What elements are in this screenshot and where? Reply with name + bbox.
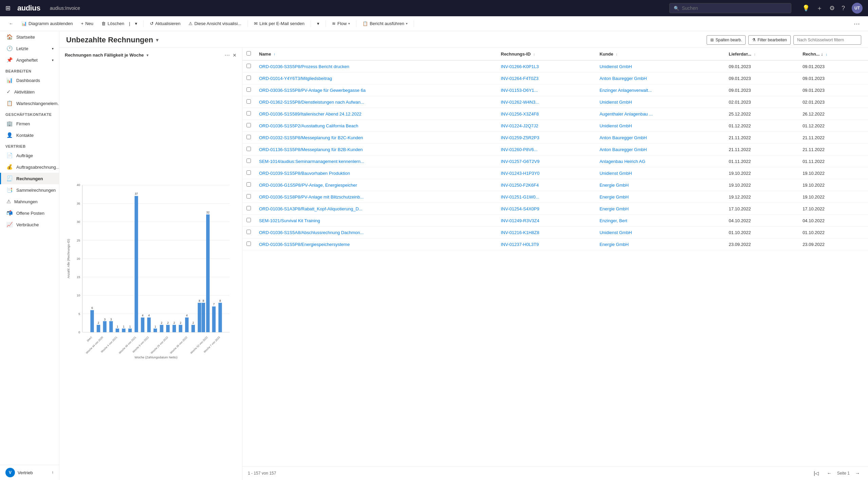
global-search[interactable]: 🔍 (669, 3, 791, 13)
row-checkbox[interactable] (246, 123, 251, 127)
row-checkbox[interactable] (246, 87, 251, 92)
invoice-name-link[interactable]: ORD-01362-S1S5P8/Dienstleistungen nach A… (259, 100, 364, 105)
row-checkbox[interactable] (246, 194, 251, 199)
invoice-name-link[interactable]: ORD-01039-S1S5P8/Bauvorhaben Produktion (259, 171, 350, 176)
row-checkbox-cell[interactable] (242, 167, 255, 179)
invoice-id-link[interactable]: INV-01251-G1W0... (501, 194, 539, 200)
invoice-name-link[interactable]: ORD-01014-Y4Y6T3/Mitgliedsbeitrag (259, 76, 332, 81)
sidebar-item-invoices[interactable]: 🧾 Rechnungen (0, 173, 59, 184)
dropdown-button-1[interactable]: ▾ (132, 19, 141, 28)
lightbulb-icon[interactable]: 💡 (802, 4, 810, 12)
sidebar-item-dashboards[interactable]: 📊 Dashboards (0, 75, 59, 86)
sidebar-item-collective[interactable]: 📑 Sammelrechnungen (0, 184, 59, 196)
row-checkbox[interactable] (246, 99, 251, 104)
delete-button[interactable]: 🗑 Löschen (98, 19, 127, 28)
sidebar-item-home[interactable]: 🏠 Startseite (0, 31, 59, 43)
row-checkbox-cell[interactable] (242, 203, 255, 215)
sidebar-item-activities[interactable]: ✓ Aktivitäten (0, 86, 59, 98)
help-icon[interactable]: ? (842, 5, 845, 12)
row-checkbox-cell[interactable] (242, 179, 255, 191)
sidebar-footer[interactable]: V Vertrieb ↑ (0, 465, 59, 480)
more-options-button[interactable]: ⋯ (851, 19, 863, 29)
invoice-name-link[interactable]: SEM-1021/Survival Kit Training (259, 218, 320, 223)
row-checkbox-cell[interactable] (242, 238, 255, 250)
invoice-id-link[interactable]: INV-01153-D6Y1... (501, 88, 538, 93)
sidebar-item-open-items[interactable]: 📬 Offene Posten (0, 207, 59, 219)
customer-link[interactable]: Unidienst GmbH (599, 100, 632, 105)
keyword-filter-input[interactable] (793, 35, 861, 45)
sidebar-item-pinned[interactable]: 📌 Angeheftet ▾ (0, 54, 59, 66)
customer-link[interactable]: Energie GmbH (599, 242, 629, 247)
customer-link[interactable]: Unidienst GmbH (599, 171, 632, 176)
col-header-invoice-id[interactable]: Rechnungs-ID ↕ (497, 48, 595, 60)
settings-icon[interactable]: ⚙ (829, 4, 835, 12)
send-link-button[interactable]: ✉ Link per E-Mail senden (251, 19, 308, 28)
back-button[interactable]: ← (5, 19, 17, 28)
chart-chevron-icon[interactable]: ▾ (146, 53, 149, 58)
select-all-checkbox[interactable] (246, 51, 251, 56)
customer-link[interactable]: Unidienst GmbH (599, 64, 632, 69)
first-page-button[interactable]: |◁ (811, 469, 822, 477)
invoice-name-link[interactable]: ORD-01036-S1S8P8/PV-Anlage mit Blitzschu… (259, 194, 364, 200)
row-checkbox-cell[interactable] (242, 60, 255, 72)
customer-link[interactable]: Enzinger Anlagenverwalt... (599, 88, 652, 93)
run-report-button[interactable]: 📋 Bericht ausführen ▾ (359, 19, 411, 28)
customer-link[interactable]: Enzinger, Bert (599, 218, 627, 223)
sidebar-item-orders[interactable]: 📄 Aufträge (0, 150, 59, 161)
invoice-id-link[interactable]: INV-01250-F2K6F4 (501, 183, 539, 188)
invoice-name-link[interactable]: ORD-01036-S1S5P2/Ausstattung California … (259, 123, 358, 128)
sidebar-item-queue[interactable]: 📋 Warteschlangenelem... (0, 98, 59, 109)
new-button[interactable]: + Neu (78, 19, 97, 28)
invoice-id-link[interactable]: INV-01260-P8V6... (501, 147, 537, 152)
customer-link[interactable]: Anton Bauregger GmbH (599, 135, 647, 140)
row-checkbox-cell[interactable] (242, 215, 255, 227)
invoice-id-link[interactable]: INV-01249-R3V3Z4 (501, 218, 539, 223)
customer-link[interactable]: Unidienst GmbH (599, 230, 632, 235)
refresh-button[interactable]: ↺ Aktualisieren (146, 19, 184, 28)
row-checkbox-cell[interactable] (242, 120, 255, 132)
row-checkbox[interactable] (246, 76, 251, 80)
row-checkbox-cell[interactable] (242, 191, 255, 203)
invoice-id-link[interactable]: INV-01237-H0L3T9 (501, 242, 539, 247)
customer-link[interactable]: Energie GmbH (599, 194, 629, 200)
invoice-name-link[interactable]: ORD-01136-S1S5P8/Messeplanung für B2B-Ku… (259, 147, 363, 152)
row-checkbox-cell[interactable] (242, 155, 255, 167)
invoice-id-link[interactable]: INV-01259-Z5R2P3 (501, 135, 539, 140)
invoice-id-link[interactable]: INV-01254-S4X0P9 (501, 206, 539, 211)
row-checkbox-cell[interactable] (242, 108, 255, 120)
invoice-id-link[interactable]: INV-01264-F4T0Z3 (501, 76, 538, 81)
row-checkbox-cell[interactable] (242, 144, 255, 155)
row-checkbox[interactable] (246, 242, 251, 246)
invoice-name-link[interactable]: ORD-01036-S1A3P8/Rabatt_Kopf-Aliquotieru… (259, 206, 362, 211)
search-input[interactable] (682, 5, 787, 11)
row-checkbox-cell[interactable] (242, 96, 255, 108)
customer-link[interactable]: Anlagenbau Heirich AG (599, 159, 645, 164)
invoice-name-link[interactable]: ORD-01036-G1S5P8/PV-Anlage, Energiespeic… (259, 183, 357, 188)
invoice-id-link[interactable]: INV-01266-K0P1L3 (501, 64, 539, 69)
next-page-button[interactable]: → (852, 469, 863, 477)
invoice-id-link[interactable]: INV-01257-G6T2V9 (501, 159, 539, 164)
row-checkbox[interactable] (246, 230, 251, 234)
edit-columns-button[interactable]: ⊞ Spalten bearb. (707, 35, 746, 45)
chart-close-button[interactable]: ✕ (233, 53, 237, 58)
row-checkbox-cell[interactable] (242, 227, 255, 238)
invoice-id-link[interactable]: INV-01216-K1H8Z8 (501, 230, 539, 235)
customer-link[interactable]: Anton Bauregger GmbH (599, 76, 647, 81)
hide-diagram-button[interactable]: 📊 Diagramm ausblenden (18, 19, 76, 28)
sidebar-item-usage[interactable]: 📈 Verbräuche (0, 219, 59, 230)
invoice-name-link[interactable]: SEM-1014/audius:Seminarmanagement kennen… (259, 159, 364, 164)
row-checkbox[interactable] (246, 206, 251, 210)
plus-icon[interactable]: ＋ (816, 4, 823, 12)
user-avatar[interactable]: UT (852, 3, 863, 14)
row-checkbox[interactable] (246, 218, 251, 222)
customer-link[interactable]: Energie GmbH (599, 206, 629, 211)
sidebar-item-contacts[interactable]: 👤 Kontakte (0, 129, 59, 141)
invoice-name-link[interactable]: ORD-01036-S1S589/Italienischer Abend 24.… (259, 111, 361, 117)
row-checkbox[interactable] (246, 64, 251, 68)
invoice-id-link[interactable]: INV-01256-X3Z4F8 (501, 111, 539, 117)
chart-options-icon[interactable]: ⋯ (224, 52, 230, 58)
visualize-button[interactable]: ⚠ Diese Ansicht visualisi... (185, 19, 245, 28)
customer-link[interactable]: Anton Bauregger GmbH (599, 147, 647, 152)
row-checkbox[interactable] (246, 111, 251, 116)
col-header-delivery-date[interactable]: Lieferdат... ↕ (725, 48, 798, 60)
